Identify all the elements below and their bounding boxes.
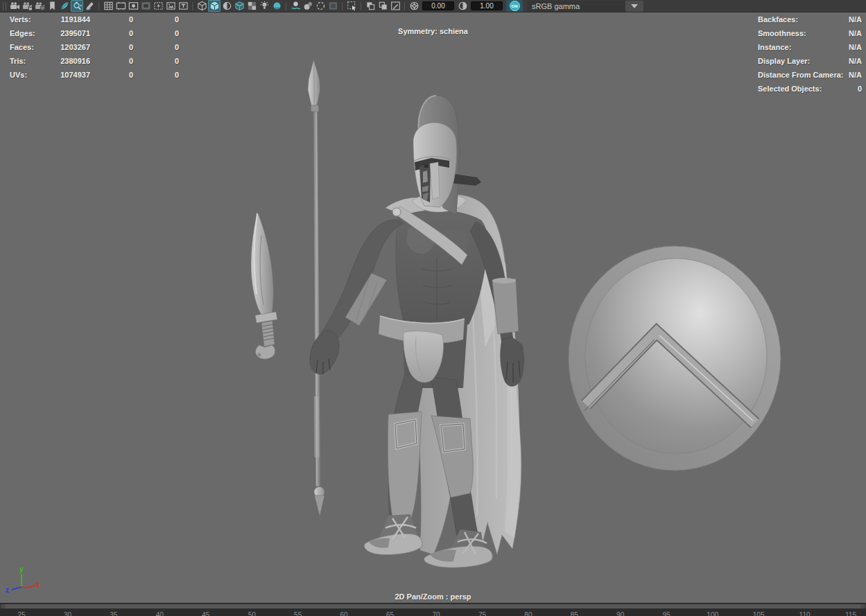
sword-model[interactable] [251, 212, 277, 359]
timeline: 25 30 35 40 45 50 55 60 65 70 75 80 85 9… [0, 603, 866, 616]
time-tick-label: 85 [571, 611, 578, 616]
image-plane-icon [60, 1, 70, 11]
time-tick-label: 115 [845, 611, 856, 616]
time-tick-label: 25 [17, 611, 25, 616]
overlap-squares-icon [378, 1, 388, 11]
exposure-button[interactable] [408, 0, 420, 12]
camera-gear-icon [35, 1, 45, 11]
z-axis-line [12, 587, 21, 590]
lock-camera-button[interactable] [21, 0, 33, 12]
aperture-icon [409, 1, 419, 11]
annotate-button[interactable] [389, 0, 401, 12]
xray-active-icon [315, 1, 326, 11]
display-mode-b-button[interactable] [376, 0, 389, 12]
grid-icon [103, 1, 114, 11]
use-default-material-button[interactable] [245, 0, 258, 12]
safe-action-button[interactable] [164, 0, 177, 12]
y-axis-label: y [19, 565, 24, 573]
time-tick-label: 110 [799, 611, 811, 616]
film-gate-button[interactable] [114, 0, 127, 12]
wireframe-cube-icon [197, 1, 207, 11]
safe-action-icon [166, 1, 176, 11]
textured-cube-icon [234, 1, 245, 11]
time-tick-label: 50 [248, 611, 256, 616]
spear-model[interactable] [308, 60, 324, 516]
gamma-button[interactable] [456, 0, 469, 12]
gate-mask-button[interactable] [139, 0, 152, 12]
xray-joints-button[interactable] [302, 0, 314, 12]
shaded-cube-icon [209, 1, 220, 11]
time-tick-label: 105 [753, 611, 765, 616]
time-tick-label: 35 [110, 611, 117, 616]
safe-title-button[interactable] [177, 0, 189, 12]
time-slider[interactable]: 25 30 35 40 45 50 55 60 65 70 75 80 85 9… [0, 609, 866, 616]
image-plane-button[interactable] [58, 0, 71, 12]
pencil-box-icon [390, 1, 401, 11]
viewport-canvas[interactable] [0, 12, 866, 603]
camera-attributes-button[interactable] [33, 0, 46, 12]
resolution-gate-button[interactable] [127, 0, 139, 12]
checker-icon [247, 1, 257, 11]
display-mode-a-button[interactable] [364, 0, 376, 12]
toolbar-divider [192, 2, 193, 10]
isolate-select-button[interactable] [345, 0, 358, 12]
x-axis-line [21, 585, 35, 588]
grid-button[interactable] [102, 0, 114, 12]
time-tick-label: 95 [663, 611, 670, 616]
grease-pencil-button[interactable] [83, 0, 96, 12]
resolution-gate-icon [128, 1, 139, 11]
toolbar-divider [98, 2, 99, 10]
bookmarks-button[interactable] [46, 0, 58, 12]
viewport[interactable]: Verts: 1191844 0 0 Edges: 2395071 0 0 Fa… [0, 12, 866, 603]
xray-button[interactable] [289, 0, 302, 12]
toolbar-divider [404, 2, 405, 10]
view-axis-indicator: y x z [3, 564, 42, 597]
film-gate-icon [116, 1, 126, 11]
isolate-select-icon [347, 1, 357, 11]
color-management-on-badge: ON [510, 1, 520, 11]
shield-model[interactable] [569, 246, 781, 470]
color-management-toggle[interactable]: ON [506, 0, 523, 12]
overlap-squares-icon [365, 1, 376, 11]
shadows-button[interactable] [270, 0, 283, 12]
smooth-shade-button[interactable] [208, 0, 220, 12]
exposure-preview-button[interactable] [327, 0, 339, 12]
dropdown-arrow-button[interactable] [625, 1, 643, 12]
toolbar-divider [342, 2, 343, 10]
time-tick-label: 55 [294, 611, 302, 616]
camera-lock-icon [22, 1, 33, 11]
bookmark-icon [47, 1, 58, 11]
pan-zoom-2d-button[interactable] [71, 0, 83, 12]
pan-zoom-icon [72, 1, 83, 11]
time-tick-label: 45 [202, 611, 209, 616]
time-tick-label: 80 [524, 611, 532, 616]
view-transform-value: sRGB gamma [527, 2, 625, 10]
flat-shade-button[interactable] [220, 0, 233, 12]
range-slider[interactable] [0, 604, 866, 609]
toolbar-drag-handle[interactable] [3, 2, 6, 10]
exposure-field[interactable]: 0.00 [422, 1, 454, 10]
time-tick-label: 40 [156, 611, 164, 616]
warrior-model[interactable] [310, 96, 524, 567]
view-transform-dropdown[interactable]: sRGB gamma [527, 1, 643, 12]
time-tick-label: 90 [616, 611, 624, 616]
safe-title-icon [178, 1, 189, 11]
shadow-sphere-icon [272, 1, 282, 11]
lights-button[interactable] [258, 0, 270, 12]
camera-icon [10, 1, 20, 11]
xray-joints-icon [303, 1, 313, 11]
textured-button[interactable] [233, 0, 245, 12]
half-sphere-icon [222, 1, 232, 11]
time-tick-label: 100 [707, 611, 718, 616]
wireframe-button[interactable] [196, 0, 208, 12]
panel-toolbar: 0.00 1.00 ON sRGB gamma [0, 0, 866, 12]
field-chart-button[interactable] [152, 0, 164, 12]
time-tick-label: 60 [340, 611, 348, 616]
gate-mask-icon [141, 1, 151, 11]
xray-active-components-button[interactable] [314, 0, 327, 12]
time-tick-label: 30 [64, 611, 71, 616]
field-chart-icon [153, 1, 164, 11]
select-camera-button[interactable] [8, 0, 21, 12]
range-slider-bar[interactable] [1, 604, 865, 608]
gamma-field[interactable]: 1.00 [471, 1, 503, 10]
